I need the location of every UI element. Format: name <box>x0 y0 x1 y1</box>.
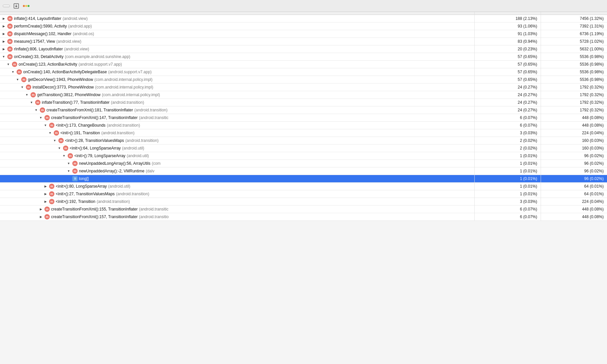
table-row[interactable]: ▼mgetTransition():3812, PhoneWindow (com… <box>0 91 607 99</box>
size-value: 448 (0.08%) <box>541 122 607 129</box>
table-row[interactable]: ▼mcreateTransitionFromXml():147, Transit… <box>0 114 607 122</box>
size-value: 448 (0.08%) <box>541 213 607 221</box>
table-row[interactable]: ▼mgetDecorView():1943, PhoneWindow (com.… <box>0 76 607 84</box>
method-table-container: ▶minflate():414, LayoutInflater (android… <box>0 12 607 221</box>
table-row[interactable]: ▶m<init>():80, LongSparseArray (android.… <box>0 183 607 190</box>
size-value: 448 (0.08%) <box>541 206 607 213</box>
method-badge: m <box>7 54 13 59</box>
count-value: 57 (0.65%) <box>474 53 541 61</box>
table-row[interactable]: ▼mcreateTransitionFromXml():181, Transit… <box>0 106 607 114</box>
table-row[interactable]: ▶mrInflate():806, LayoutInflater (androi… <box>0 45 607 53</box>
table-row[interactable]: ▼monCreate():140, ActionBarActivityDeleg… <box>0 68 607 76</box>
table-row[interactable]: ▼m<init>():173, ChangeBounds (android.tr… <box>0 122 607 129</box>
collapse-arrow[interactable]: ▶ <box>1 47 6 51</box>
table-row[interactable]: ▶mcreateTransitionFromXml():155, Transit… <box>0 206 607 213</box>
expand-arrow[interactable]: ▼ <box>48 131 52 135</box>
count-value: 24 (0.27%) <box>474 84 541 91</box>
filter-icon[interactable] <box>23 2 30 10</box>
collapse-arrow[interactable]: ▶ <box>38 207 43 212</box>
svg-point-4 <box>28 5 30 7</box>
expand-arrow[interactable]: ▼ <box>20 85 25 90</box>
method-badge: m <box>7 46 13 52</box>
method-name: performCreate():5990, Activity <box>14 24 67 29</box>
method-name: <init>():191, Transition <box>60 131 100 135</box>
size-value: 224 (0.04%) <box>541 198 607 206</box>
method-badge: m <box>17 69 22 75</box>
collapse-arrow[interactable]: ▶ <box>43 192 48 196</box>
table-row[interactable]: ▶mcreateTransitionFromXml():157, Transit… <box>0 213 607 221</box>
size-value: 7456 (1.32%) <box>541 15 607 23</box>
collapse-arrow[interactable]: ▶ <box>43 199 48 204</box>
table-row[interactable]: ▼m<init>():191, Transition (android.tran… <box>0 129 607 137</box>
count-value: 6 (0.07%) <box>474 114 541 122</box>
expand-arrow[interactable]: ▼ <box>38 115 43 120</box>
method-badge: m <box>49 123 54 128</box>
method-table: ▶minflate():414, LayoutInflater (android… <box>0 12 607 221</box>
expand-arrow[interactable]: ▼ <box>6 62 11 67</box>
table-row[interactable]: ▶mperformCreate():5990, Activity (androi… <box>0 23 607 30</box>
expand-arrow[interactable]: ▼ <box>34 108 38 112</box>
table-row[interactable]: ▶m<init>():192, Transition (android.tran… <box>0 198 607 206</box>
table-row[interactable]: ☵long[]1 (0.01%)96 (0.02%) <box>0 175 607 183</box>
group-by-button[interactable] <box>3 5 10 7</box>
count-value: 6 (0.07%) <box>474 213 541 221</box>
method-badge: m <box>58 138 64 143</box>
method-badge: m <box>7 16 13 21</box>
table-row[interactable]: ▼minflateTransition():77, TransitionInfl… <box>0 99 607 106</box>
size-value: 7392 (1.31%) <box>541 23 607 30</box>
table-row[interactable]: ▼monCreate():123, ActionBarActivity (and… <box>0 61 607 68</box>
size-value: 160 (0.03%) <box>541 145 607 152</box>
method-name: createTransitionFromXml():157, Transitio… <box>51 214 138 219</box>
table-row[interactable]: ▼m<init>():79, LongSparseArray (android.… <box>0 152 607 160</box>
package-name: (android.util) <box>122 146 144 151</box>
expand-arrow[interactable]: ▼ <box>25 92 29 97</box>
expand-arrow[interactable]: ▼ <box>66 161 71 166</box>
count-value: 1 (0.01%) <box>474 175 541 183</box>
collapse-arrow[interactable]: ▶ <box>1 24 6 29</box>
method-name: <init>():80, LongSparseArray <box>56 184 107 189</box>
table-row[interactable]: ▼minstallDecor():3773, PhoneWindow (com.… <box>0 84 607 91</box>
svg-point-3 <box>25 5 27 7</box>
package-name: (android.transition) <box>111 100 144 105</box>
count-value: 57 (0.65%) <box>474 76 541 84</box>
table-row[interactable]: ▶minflate():414, LayoutInflater (android… <box>0 15 607 23</box>
package-name: (android.os) <box>73 31 94 36</box>
expand-arrow[interactable]: ▼ <box>15 77 20 82</box>
collapse-arrow[interactable]: ▶ <box>38 214 43 219</box>
expand-arrow[interactable]: ▼ <box>57 146 62 151</box>
table-row[interactable]: ▶mdispatchMessage():102, Handler (androi… <box>0 30 607 38</box>
size-value: 448 (0.08%) <box>541 114 607 122</box>
collapse-arrow[interactable]: ▶ <box>43 184 48 189</box>
toolbar <box>0 0 607 12</box>
collapse-arrow[interactable]: ▶ <box>1 39 6 44</box>
size-value: 1792 (0.32%) <box>541 91 607 99</box>
table-row[interactable]: ▼m<init>():28, TransitionValuesMaps (and… <box>0 137 607 145</box>
count-value: 24 (0.27%) <box>474 99 541 106</box>
expand-arrow[interactable]: ▼ <box>11 70 15 74</box>
method-name: <init>():79, LongSparseArray <box>74 153 125 158</box>
expand-arrow[interactable]: ▼ <box>29 100 34 105</box>
method-name: inflateTransition():77, TransitionInflat… <box>42 100 109 105</box>
table-row[interactable]: ▼monCreate():33, DetailActivity (com.exa… <box>0 53 607 61</box>
table-row[interactable]: ▼m<init>():64, LongSparseArray (android.… <box>0 145 607 152</box>
count-value: 3 (0.03%) <box>474 129 541 137</box>
collapse-arrow[interactable]: ▶ <box>1 31 6 36</box>
package-name: (android.transition) <box>101 131 134 135</box>
expand-arrow[interactable]: ▼ <box>62 153 66 158</box>
expand-arrow[interactable]: ▼ <box>43 123 48 128</box>
table-row[interactable]: ▼mnewUnpaddedArray():-2, VMRuntime (dalv… <box>0 167 607 175</box>
package-name: (android.transitic <box>139 207 169 212</box>
table-row[interactable]: ▶mmeasure():17547, View (android.view)83… <box>0 38 607 45</box>
table-row[interactable]: ▼mnewUnpaddedLongArray():56, ArrayUtils … <box>0 160 607 167</box>
table-row[interactable]: ▶m<init>():27, TransitionValuesMaps (and… <box>0 190 607 198</box>
expand-arrow[interactable]: ▼ <box>52 138 57 143</box>
collapse-arrow[interactable]: ▶ <box>1 16 6 21</box>
package-name: (android.util) <box>108 184 130 189</box>
count-value: 1 (0.01%) <box>474 152 541 160</box>
expand-arrow[interactable]: ▼ <box>1 54 6 59</box>
export-icon[interactable] <box>13 2 20 10</box>
method-badge: m <box>7 24 13 29</box>
method-badge: m <box>49 184 54 189</box>
expand-arrow[interactable]: ▼ <box>66 169 71 173</box>
method-name: newUnpaddedArray():-2, VMRuntime <box>79 169 144 173</box>
